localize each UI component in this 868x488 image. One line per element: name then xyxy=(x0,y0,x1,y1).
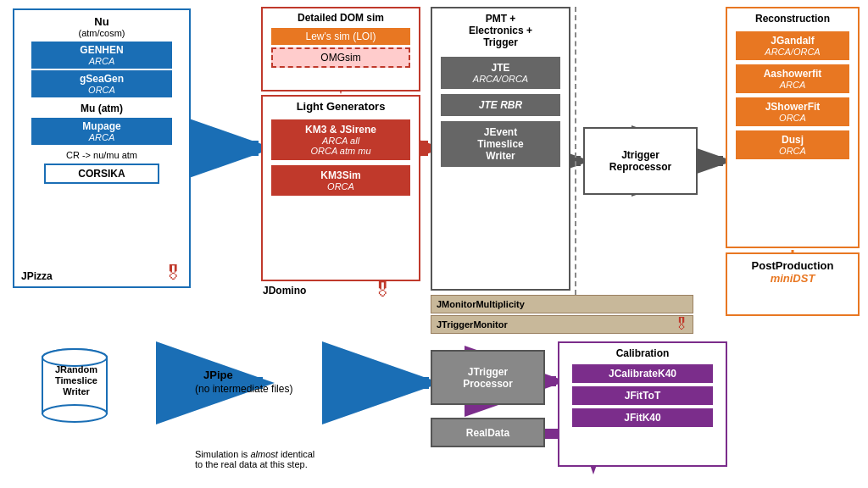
jte-label: JTE xyxy=(441,62,560,74)
jtrigger-proc-box: JTriggerProcessor xyxy=(431,350,545,405)
jtrigger-monitor-seal: 🎖 xyxy=(674,316,689,334)
jdomino-label: JDomino xyxy=(263,285,306,297)
separator-line xyxy=(575,7,576,295)
km3-sub2: ORCA atm mu xyxy=(271,146,410,156)
km3-label: KM3 & JSirene xyxy=(271,124,410,136)
mupage-sub: ARCA xyxy=(31,132,172,142)
gseagen-label: gSeaGen xyxy=(31,73,172,85)
cr-label: CR -> nu/mu atm xyxy=(14,150,189,160)
jfitk40-box: JFitK40 xyxy=(572,408,713,427)
reconstruction-box: Reconstruction JGandalf ARCA/ORCA Aashow… xyxy=(726,7,860,248)
jfit-box: JFitToT xyxy=(572,386,713,405)
jtrigger-monitor-box: JTriggerMonitor 🎖 xyxy=(431,315,693,334)
jte-sub: ARCA/ORCA xyxy=(441,74,560,84)
jevent-box: JEventTimesliceWriter xyxy=(441,121,560,167)
postproduction-label: PostProduction xyxy=(727,259,858,272)
km3sim-box: KM3Sim ORCA xyxy=(271,165,410,196)
jterb-label: JTE RBR xyxy=(441,99,560,111)
jte-box: JTE ARCA/ORCA xyxy=(441,57,560,89)
jpipe-label: JPipe xyxy=(203,369,233,381)
dusj-sub: ORCA xyxy=(736,146,849,156)
calibration-title: Calibration xyxy=(559,347,726,359)
pmt-box: PMT +Electronics +Trigger JTE ARCA/ORCA … xyxy=(431,7,570,291)
detailed-dom-box: Detailed DOM sim Lew's sim (LOI) OMGsim xyxy=(261,7,420,92)
jmonitor-label: JMonitorMultiplicity xyxy=(437,299,525,309)
reconstruction-title: Reconstruction xyxy=(727,13,858,25)
corsika-box: CORSIKA xyxy=(44,164,159,184)
aashower-label: Aashowerfit xyxy=(736,68,849,80)
pmt-title: PMT +Electronics +Trigger xyxy=(432,13,569,48)
postproduction-minidst: miniDST xyxy=(727,272,858,285)
aashower-sub: ARCA xyxy=(736,80,849,90)
jtrigger-monitor-label: JTriggerMonitor xyxy=(437,319,508,330)
genhen-sub: ARCA xyxy=(31,56,172,66)
realdata-box: RealData xyxy=(431,418,545,447)
jtrigger-repo-box: JtriggerReprocessor xyxy=(583,127,698,195)
jgandalf-box: JGandalf ARCA/ORCA xyxy=(736,31,849,60)
km3sim-label: KM3Sim xyxy=(271,169,410,181)
dusj-box: Dusj ORCA xyxy=(736,130,849,159)
light-gen-title: Light Generators xyxy=(263,100,419,113)
nu-label: Nu xyxy=(14,15,189,28)
gseagen-box: gSeaGen ORCA xyxy=(31,70,172,97)
realdata-label: RealData xyxy=(466,427,509,439)
dusj-label: Dusj xyxy=(736,134,849,146)
svg-point-8 xyxy=(42,349,107,366)
km3sim-sub: ORCA xyxy=(271,181,410,191)
postproduction-box: PostProduction miniDST xyxy=(726,252,860,316)
jgandalf-sub: ARCA/ORCA xyxy=(736,47,849,57)
jtrigger-proc-label: JTriggerProcessor xyxy=(463,366,513,390)
detailed-dom-title: Detailed DOM sim xyxy=(263,12,419,24)
jshower-box: JShowerFit ORCA xyxy=(736,97,849,126)
diagram: Nu (atm/cosm) GENHEN ARCA gSeaGen ORCA M… xyxy=(0,0,868,488)
jterb-box: JTE RBR xyxy=(441,94,560,116)
jpizza-seal: 🎖 xyxy=(164,263,182,285)
jpipe-sub: (no intermediate files) xyxy=(195,383,292,395)
simulation-note: Simulation is almost identicalto the rea… xyxy=(195,449,314,469)
svg-point-7 xyxy=(42,405,107,422)
mupage-box: Mupage ARCA xyxy=(31,118,172,145)
jmonitor-box: JMonitorMultiplicity xyxy=(431,295,693,313)
jrandom-label: JRandomTimesliceWriter xyxy=(47,364,106,398)
nu-sub: (atm/cosm) xyxy=(14,28,189,38)
jshower-sub: ORCA xyxy=(736,113,849,123)
jevent-label: JEventTimesliceWriter xyxy=(441,126,560,162)
jpizza-box: Nu (atm/cosm) GENHEN ARCA gSeaGen ORCA M… xyxy=(13,8,191,288)
gseagen-sub: ORCA xyxy=(31,85,172,95)
corsika-label: CORSIKA xyxy=(46,168,158,180)
mu-label: Mu (atm) xyxy=(14,103,189,114)
omgsim-box: OMGsim xyxy=(271,47,410,68)
genhen-label: GENHEN xyxy=(31,44,172,56)
km3-sub: ARCA all xyxy=(271,136,410,146)
calibration-box: Calibration JCalibrateK40 JFitToT JFitK4… xyxy=(558,341,727,467)
aashower-box: Aashowerfit ARCA xyxy=(736,64,849,93)
jcal-box: JCalibrateK40 xyxy=(572,364,713,383)
jpizza-label: JPizza xyxy=(21,270,53,282)
jtrigger-repo-label: JtriggerReprocessor xyxy=(609,149,671,173)
km3-box: KM3 & JSirene ARCA all ORCA atm mu xyxy=(271,119,410,160)
lews-box: Lew's sim (LOI) xyxy=(271,28,410,45)
jgandalf-label: JGandalf xyxy=(736,35,849,47)
genhen-box: GENHEN ARCA xyxy=(31,42,172,69)
jdomino-seal: 🎖 xyxy=(373,280,392,302)
jshower-label: JShowerFit xyxy=(736,101,849,113)
mupage-label: Mupage xyxy=(31,120,172,132)
light-gen-box: Light Generators KM3 & JSirene ARCA all … xyxy=(261,95,420,281)
